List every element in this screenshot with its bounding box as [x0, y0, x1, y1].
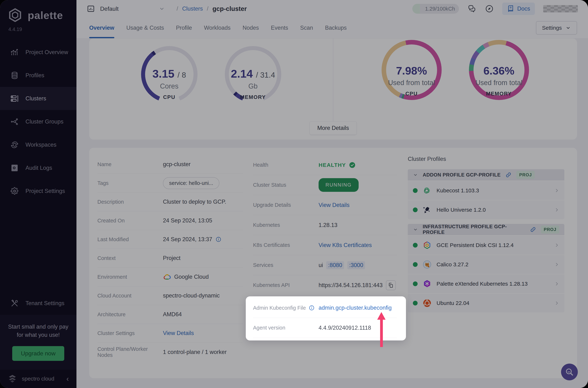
detail-label: Kubernetes API [253, 282, 290, 288]
memory-donut: 6.36% Used from total MEMORY [469, 40, 529, 121]
annotation-arrow [377, 312, 385, 347]
detail-row-context: ContextProject [97, 249, 243, 267]
breadcrumb-clusters-link[interactable]: Clusters [182, 5, 203, 12]
sidebar-item-profiles[interactable]: Profiles [0, 64, 76, 87]
sidebar-item-clusters[interactable]: Clusters [0, 87, 76, 110]
settings-button[interactable]: Settings [536, 21, 577, 35]
tag-pill: service: hello-uni... [163, 177, 219, 189]
sidebar-item-label: Project Settings [25, 188, 65, 194]
profile-pack-row-gce-persistent-disk-csi-1-12-4[interactable]: GCE Persistent Disk CSI 1.12.4 [408, 236, 564, 254]
detail-label: Last Modified [97, 237, 129, 242]
search-fab[interactable] [561, 364, 578, 380]
sidebar-item-tenant-settings[interactable]: Tenant Settings [0, 292, 76, 315]
tab-events[interactable]: Events [271, 18, 288, 38]
cpu-gauge-text: 3.15 / 8 Cores CPU [141, 46, 198, 121]
pack-name: Hello Universe 1.2.0 [436, 207, 486, 213]
tab-workloads[interactable]: Workloads [204, 18, 231, 38]
profile-pack-row-ubuntu-22-04[interactable]: Ubuntu 22.04 [408, 294, 564, 312]
pack-name: Calico 3.27.2 [436, 261, 468, 267]
detail-value: gcp-cluster [163, 161, 191, 168]
chevron-right-icon [554, 262, 559, 267]
detail-value[interactable]: View Details [163, 330, 194, 337]
sidebar: palette 4.4.19 Project OverviewProfilesC… [0, 0, 76, 388]
tab-nodes[interactable]: Nodes [243, 18, 259, 38]
profile-pack-row-calico-3-27-2[interactable]: Calico 3.27.2 [408, 255, 564, 274]
usage-overview-card: 3.15 / 8 Cores CPU 2.14 / 31.4 Gb MEMORY [89, 38, 577, 140]
chat-icon[interactable] [467, 4, 476, 13]
tabs: OverviewUsage & CostsProfileWorkloadsNod… [89, 18, 347, 38]
pack-name: GCE Persistent Disk CSI 1.12.4 [436, 242, 514, 248]
audit-logs-icon [10, 164, 19, 172]
detail-row-last-modified: Last Modified24 Sep 2024, 13:37 [97, 230, 243, 249]
sidebar-item-workspaces[interactable]: Workspaces [0, 133, 76, 156]
detail-row-kubernetes: Kubernetes1.28.13 [253, 215, 397, 235]
tab-usage-costs[interactable]: Usage & Costs [126, 18, 164, 38]
info-icon [309, 305, 315, 311]
detail-row-created-on: Created On24 Sep 2024, 13:05 [97, 211, 243, 230]
status-dot [413, 281, 418, 286]
usage-meter[interactable]: 1.29/100kCh [412, 4, 459, 14]
profile-section-header[interactable]: ADDON PROFILE GCP-PROFILEPROJ [408, 169, 564, 181]
promo-text: Start small and only pay for what you us… [6, 323, 70, 339]
profile-pack-row-kubecost-1-103-3[interactable]: Kubecost 1.103.3 [408, 181, 564, 200]
service-port-link[interactable]: :8080 [326, 261, 344, 269]
detail-value: 4.4.9/20240912.1118 [318, 325, 371, 331]
user-account-redacted[interactable] [543, 5, 578, 12]
profile-section-title: INFRASTRUCTURE PROFILE GCP-PROFILE [423, 224, 525, 235]
sidebar-item-project-settings[interactable]: Project Settings [0, 179, 76, 203]
memory-label: MEMORY [240, 94, 266, 100]
gauges: 3.15 / 8 Cores CPU 2.14 / 31.4 Gb MEMORY [89, 38, 577, 121]
cpu-unit: Cores [160, 82, 178, 90]
detail-row-architecture: ArchitectureAMD64 [97, 305, 243, 324]
memory-donut-text: 6.36% Used from total MEMORY [469, 40, 529, 121]
detail-label: Created On [97, 218, 125, 224]
detail-value: 1 control-plane / 1 worker [163, 349, 227, 355]
page-header: Default / Clusters / gcp-cluster 1.29/10… [76, 0, 588, 38]
profile-section-header[interactable]: INFRASTRUCTURE PROFILE GCP-PROFILEPROJ [408, 224, 564, 235]
status-dot [413, 207, 418, 212]
detail-label: Agent version [253, 325, 285, 331]
compass-icon[interactable] [485, 4, 494, 13]
detail-value: https://34.54.126.181:443 [318, 282, 383, 289]
upgrade-now-button[interactable]: Upgrade now [12, 346, 64, 361]
sidebar-item-cluster-groups[interactable]: Cluster Groups [0, 110, 76, 133]
detail-label: Control Plane/Worker Nodes [97, 346, 161, 358]
detail-value[interactable]: View K8s Certificates [318, 242, 372, 248]
cpu-used: 3.15 [152, 67, 174, 80]
detail-value: 1.28.13 [318, 222, 337, 228]
chevron-down-icon [413, 227, 418, 232]
docs-button[interactable]: Docs [502, 2, 535, 15]
tab-overview[interactable]: Overview [89, 18, 114, 38]
book-icon [507, 5, 514, 12]
tab-profile[interactable]: Profile [176, 18, 192, 38]
detail-value[interactable]: admin.gcp-cluster.kubeconfig [318, 305, 392, 311]
project-selector[interactable]: Default [87, 4, 165, 13]
detail-label: Services [253, 262, 273, 268]
detail-row-control-plane-worker-nodes: Control Plane/Worker Nodes1 control-plan… [97, 343, 243, 362]
cluster-groups-icon [10, 117, 19, 126]
detail-value: Project [163, 255, 181, 261]
topbar-right: 1.29/100kCh Docs [412, 2, 578, 15]
detail-row-services: Servicesui:8080:3000 [253, 255, 397, 275]
detail-value[interactable]: View Details [318, 202, 350, 208]
tab-backups[interactable]: Backups [325, 18, 347, 38]
project-board-icon [87, 4, 95, 13]
detail-row-name: Namegcp-cluster [97, 155, 243, 174]
tab-scan[interactable]: Scan [300, 18, 313, 38]
detail-row-upgrade-details: Upgrade DetailsView Details [253, 195, 397, 215]
logo: palette [0, 0, 76, 24]
sidebar-item-label: Workspaces [25, 142, 56, 148]
memory-unit: Gb [248, 82, 258, 90]
sidebar-item-audit-logs[interactable]: Audit Logs [0, 156, 76, 179]
copy-button[interactable] [386, 280, 396, 290]
pack-name: Kubecost 1.103.3 [436, 187, 479, 194]
collapse-sidebar-icon[interactable]: ‹ [67, 375, 69, 383]
profile-pack-row-palette-extended-kubernetes-1-28-13[interactable]: Palette eXtended Kubernetes 1.28.13 [408, 274, 564, 293]
service-port-link[interactable]: :3000 [347, 261, 365, 269]
memory-donut-caption: Used from total [475, 79, 522, 87]
cpu-donut-text: 7.98% Used from total CPU [382, 40, 442, 121]
more-details-button[interactable]: More Details [310, 121, 357, 135]
memory-used: 2.14 [231, 67, 253, 80]
sidebar-item-project-overview[interactable]: Project Overview [0, 41, 76, 64]
profile-pack-row-hello-universe-1-2-0[interactable]: Hello Universe 1.2.0 [408, 200, 564, 219]
